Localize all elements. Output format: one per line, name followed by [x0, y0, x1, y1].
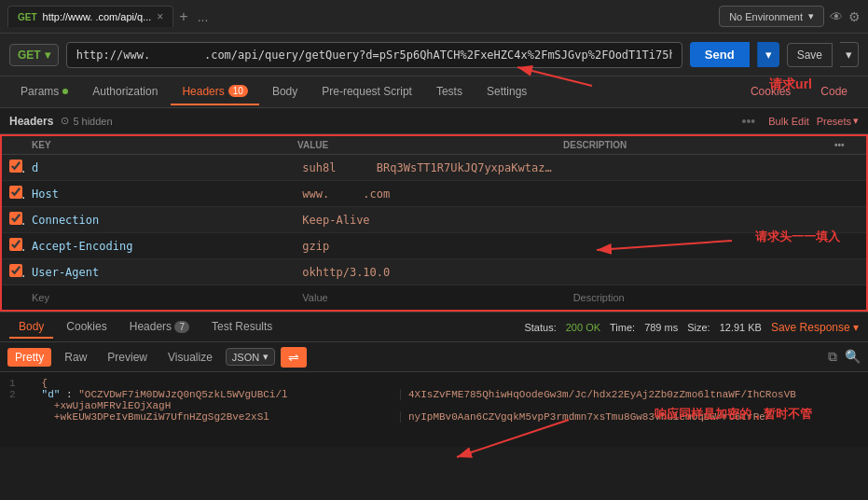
env-eye-icon[interactable]: 👁 — [830, 9, 843, 24]
tab-url: http://www. .com/api/q... — [43, 11, 152, 22]
tab-tests[interactable]: Tests — [425, 79, 474, 105]
row3-value[interactable]: Keep-Alive — [295, 210, 565, 230]
row4-check[interactable] — [2, 234, 24, 257]
row1-checkbox[interactable] — [9, 160, 22, 173]
row1-actions — [836, 164, 866, 172]
tab-tests-label: Tests — [436, 85, 462, 98]
row4-actions — [836, 243, 866, 250]
col-value: VALUE — [297, 140, 563, 150]
row2-value[interactable]: www. .com — [295, 184, 565, 204]
line-num-1: 1 — [9, 378, 24, 389]
wrap-button[interactable]: ⇌ — [281, 347, 307, 368]
bottom-tab-tests[interactable]: Test Results — [202, 316, 282, 339]
col-description: DESCRIPTION — [563, 140, 829, 150]
hidden-count-text: 5 hidden — [73, 116, 112, 127]
bottom-cookies-label: Cookies — [66, 320, 106, 333]
new-tab-button[interactable]: + — [175, 8, 191, 25]
tab-cookies-label: Cookies — [751, 85, 791, 98]
size-value: 12.91 KB — [720, 322, 762, 333]
status-label: Status: — [524, 322, 556, 333]
format-select[interactable]: JSON ▾ — [226, 348, 275, 366]
env-gear-icon[interactable]: ⚙ — [848, 9, 861, 24]
bottom-tests-label: Test Results — [212, 320, 272, 333]
nav-right: Cookies Code — [739, 79, 859, 105]
browser-tabs: GET http://www. .com/api/q... × + ... — [7, 6, 212, 27]
env-dropdown[interactable]: No Environment ▾ — [719, 6, 824, 27]
tab-settings[interactable]: Settings — [475, 79, 538, 105]
headers-table: KEY VALUE DESCRIPTION ••• d suh8l BRq3Ws… — [0, 134, 868, 312]
presets-button[interactable]: Presets ▾ — [817, 115, 859, 127]
tab-authorization[interactable]: Authorization — [81, 79, 169, 105]
new-desc-input[interactable] — [566, 288, 836, 307]
code-content-3: +xwUjaoMFRvlEOjXagH — [42, 400, 172, 411]
row5-actions — [836, 269, 866, 276]
row2-check[interactable] — [2, 182, 24, 205]
row5-key[interactable]: User-Agent — [24, 262, 295, 283]
save-response-button[interactable]: Save Response ▾ — [771, 321, 859, 334]
bottom-tab-body[interactable]: Body — [9, 316, 53, 339]
send-dropdown-button[interactable]: ▾ — [757, 42, 779, 67]
row3-key[interactable]: Connection — [24, 210, 295, 230]
row3-check[interactable] — [2, 208, 24, 231]
bottom-tab-cookies[interactable]: Cookies — [57, 316, 116, 339]
row5-value[interactable]: okhttp/3.10.0 — [295, 262, 565, 283]
search-icon[interactable]: 🔍 — [845, 349, 861, 365]
code-content-1: { — [42, 378, 48, 389]
tab-params-label: Params — [21, 85, 59, 98]
tab-prerequest[interactable]: Pre-request Script — [310, 79, 423, 105]
bottom-tabs: Body Cookies Headers 7 Test Results Stat… — [0, 312, 868, 342]
row2-key[interactable]: Host — [24, 184, 295, 204]
pretty-button[interactable]: Pretty — [7, 348, 51, 367]
tab-body[interactable]: Body — [261, 79, 309, 105]
bulk-edit-button[interactable]: Bulk Edit — [768, 116, 808, 127]
row1-check[interactable] — [2, 156, 24, 179]
row1-value[interactable]: suh8l BRq3WsTT1R7UkJQ7yxpaKwtazJYFjh... — [295, 158, 565, 178]
request-bar: GET ▾ Send ▾ Save ▾ — [0, 34, 868, 76]
table-row: d suh8l BRq3WsTT1R7UkJQ7yxpaKwtazJYFjh..… — [2, 155, 866, 181]
method-label: GET — [18, 49, 41, 62]
tab-headers[interactable]: Headers 10 — [171, 79, 258, 105]
method-select[interactable]: GET ▾ — [9, 44, 59, 66]
save-dropdown-button[interactable]: ▾ — [840, 42, 859, 67]
code-overflow-2: nyIpMBv0Aan6CZVgqkM5vpP3rmdmn7xsTmu8Gw83… — [408, 411, 771, 423]
env-selector: No Environment ▾ 👁 ⚙ — [719, 6, 861, 27]
row4-key[interactable]: Accept-Encoding — [24, 236, 295, 257]
new-key-input[interactable] — [24, 288, 295, 307]
row1-desc — [566, 164, 836, 172]
three-dots-icon[interactable]: ••• — [737, 114, 762, 129]
save-button[interactable]: Save — [787, 43, 833, 67]
tab-close-icon[interactable]: × — [157, 10, 163, 23]
tab-body-label: Body — [272, 85, 297, 98]
row5-check[interactable] — [2, 260, 24, 284]
copy-icon[interactable]: ⧉ — [828, 349, 837, 365]
more-tabs-button[interactable]: ... — [194, 9, 213, 24]
code-key-d: "d" — [42, 389, 61, 400]
col-check — [9, 140, 32, 150]
row5-checkbox[interactable] — [9, 264, 22, 277]
code-line-1: 1 { — [9, 378, 859, 389]
url-input[interactable] — [66, 42, 682, 68]
bottom-headers-badge: 7 — [174, 321, 189, 333]
send-button[interactable]: Send — [690, 42, 750, 67]
new-value-input[interactable] — [295, 288, 565, 307]
row4-value[interactable]: gzip — [295, 236, 565, 257]
presets-chevron-icon: ▾ — [853, 115, 859, 127]
row1-key[interactable]: d — [24, 158, 295, 178]
row4-checkbox[interactable] — [9, 238, 22, 251]
row2-checkbox[interactable] — [9, 186, 22, 199]
response-icons: ⧉ 🔍 — [828, 349, 861, 365]
row3-checkbox[interactable] — [9, 212, 22, 225]
format-label: JSON — [232, 352, 259, 363]
bottom-tab-headers[interactable]: Headers 7 — [120, 316, 199, 339]
tab-cookies[interactable]: Cookies — [739, 79, 802, 105]
visualize-button[interactable]: Visualize — [160, 348, 220, 367]
raw-button[interactable]: Raw — [57, 348, 94, 367]
tab-code[interactable]: Code — [809, 79, 859, 105]
headers-section: Headers ⊙ 5 hidden ••• Bulk Edit Presets… — [0, 108, 868, 312]
preview-button[interactable]: Preview — [100, 348, 155, 367]
params-dot — [62, 89, 68, 94]
active-tab[interactable]: GET http://www. .com/api/q... × — [7, 6, 173, 27]
tab-params[interactable]: Params — [9, 79, 79, 105]
code-line-3: +xwUjaoMFRvlEOjXagH — [9, 400, 859, 411]
top-bar: GET http://www. .com/api/q... × + ... No… — [0, 0, 868, 34]
